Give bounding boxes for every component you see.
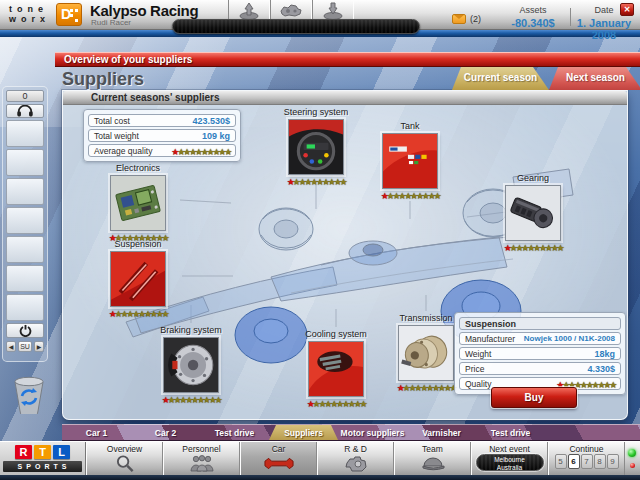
rtl-sports-logo: R T L SPORTS [0,442,86,475]
arrow-up-pedestal-icon [238,2,260,20]
supplier-rating-stars: ★★★★★★★★★★ [149,394,233,404]
tab-current-season[interactable]: Current season [452,67,549,90]
cooling-system-image[interactable] [308,341,364,397]
calendar-day[interactable]: 7 [581,454,593,469]
calendar-day[interactable]: 8 [594,454,606,469]
manufacturer-row: Manufacturer Nowjek 1000 / N1K-2008 [459,332,621,345]
mail-icon[interactable] [452,14,466,24]
toolbar-continue-button[interactable]: Continue 5 6 7 8 9 [548,442,625,475]
supplier-name: Suspension [96,239,180,250]
rtl-sports-text: SPORTS [3,461,82,472]
cap-icon [421,457,445,471]
toolbar-personnel-label: Personnel [164,442,239,454]
clutch-icon [399,326,453,380]
toolbar-personnel-button[interactable]: Personnel [163,442,240,475]
close-button[interactable]: ✕ [620,3,634,16]
suppliers-panel: Current seasons' suppliers [62,90,628,420]
supplier-item-braking-system[interactable]: Braking system ★★★★★★★★★★ [149,325,233,404]
suspension-icon [111,252,165,306]
toolbar-next-event-button[interactable]: Next event Melbourne Australia [471,442,548,475]
supplier-name: Cooling system [294,329,378,340]
supplier-name: Braking system [149,325,233,336]
toolbar-overview-button[interactable]: Overview [86,442,163,475]
subtab-car-1[interactable]: Car 1 [62,425,131,440]
pager-next-button[interactable]: ▶ [34,341,44,352]
supplier-item-suspension[interactable]: Suspension ★★★★★★★★★★ [96,239,180,318]
traffic-light [625,442,638,475]
average-quality-label: Average quality [94,146,152,156]
subtab-varnisher[interactable]: Varnisher [407,425,476,440]
toolbar-team-button[interactable]: Team [394,442,471,475]
gearbox-icon [506,186,560,240]
average-quality-row: Average quality ★★★★★★★★★★ [88,144,236,157]
subtab-test-drive-1[interactable]: Test drive [200,425,269,440]
steering-system-image[interactable] [288,119,344,175]
assets-value: -80.340$ [498,17,568,29]
calendar-day-active[interactable]: 6 [568,454,580,469]
toolbar-rd-label: R & D [318,442,393,454]
total-weight-row: Total weight 109 kg [88,129,236,142]
section-banner-text: Overview of your suppliers [55,53,640,67]
inventory-slot-4[interactable] [6,207,44,234]
inventory-slot-2[interactable] [6,149,44,176]
total-cost-row: Total cost 423.530$ [88,114,236,127]
inventory-slot-7[interactable] [6,294,44,321]
gearing-image[interactable] [505,185,561,241]
toolbar-car-button[interactable]: Car [240,442,317,475]
supplier-item-steering-system[interactable]: Steering system ★★★★★★★★★★ [274,107,358,186]
sidebar-pager: ◀ SU ▶ [6,341,44,352]
supplier-rating-stars: ★★★★★★★★★★ [368,190,452,200]
trash-button[interactable] [12,376,46,414]
toolbar-overview-label: Overview [87,442,162,454]
total-cost-label: Total cost [94,116,130,126]
quality-label: Quality [465,379,491,389]
calendar-day[interactable]: 5 [555,454,567,469]
subtab-motor-suppliers[interactable]: Motor suppliers [338,425,407,440]
subtab-car-2[interactable]: Car 2 [131,425,200,440]
subtab-test-drive-2[interactable]: Test drive [476,425,545,440]
tab-next-season[interactable]: Next season [549,67,640,90]
transmission-image[interactable] [398,325,454,381]
weight-label: Weight [465,349,491,359]
supplier-item-tank[interactable]: Tank ★★★★★★★★★★ [368,121,452,200]
supplier-item-gearing[interactable]: Gearing ★★★★★★★★★★ [491,173,575,252]
power-button[interactable] [6,323,44,338]
detail-title-row: Suspension [459,317,621,330]
subtab-suppliers[interactable]: Suppliers [269,425,338,440]
calendar-day[interactable]: 9 [607,454,619,469]
magnifier-icon [115,454,135,473]
audio-button[interactable] [6,104,44,118]
section-banner: Overview of your suppliers [55,52,640,67]
supplier-item-electronics[interactable]: Electronics ★★★★★★★★★★ [96,163,180,242]
arrow-down-pedestal-icon [322,2,344,20]
inventory-slot-6[interactable] [6,265,44,292]
studio-logo-line2: worx [9,14,50,24]
inventory-slot-1[interactable] [6,120,44,147]
supplier-rating-stars: ★★★★★★★★★★ [274,176,358,186]
power-icon [19,324,32,337]
assets-label: Assets [498,5,568,15]
supplier-item-cooling-system[interactable]: Cooling system ★★★★★★★★★★ [294,329,378,408]
braking-system-image[interactable] [163,337,219,393]
detail-title: Suspension [465,319,516,329]
supplier-rating-stars: ★★★★★★★★★★ [96,308,180,318]
car-part-icon [279,3,303,19]
suspension-image[interactable] [110,251,166,307]
date-value: 1. January 2008 [572,17,636,41]
inventory-slot-3[interactable] [6,178,44,205]
inventory-slot-5[interactable] [6,236,44,263]
price-label: Price [465,364,484,374]
electronics-image[interactable] [110,175,166,231]
season-stats-box: Total cost 423.530$ Total weight 109 kg … [83,109,241,162]
panel-body: Total cost 423.530$ Total weight 109 kg … [63,105,627,420]
brake-disc-icon [164,338,218,392]
steering-wheel-icon [289,120,343,174]
wrench-icon [262,456,296,471]
main-toolbar: R T L SPORTS Overview Personnel Car R & … [0,441,640,475]
price-row: Price 4.330$ [459,362,621,375]
buy-button[interactable]: Buy [491,387,577,408]
toolbar-rd-button[interactable]: R & D [317,442,394,475]
tank-image[interactable] [382,133,438,189]
studio-logo-line1: tone [9,4,50,14]
pager-prev-button[interactable]: ◀ [6,341,16,352]
